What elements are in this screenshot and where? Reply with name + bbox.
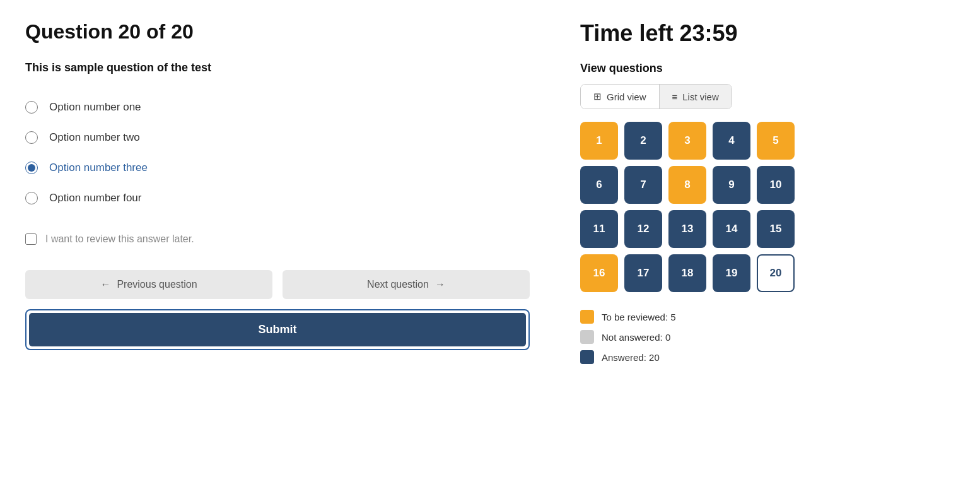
question-text: This is sample question of the test	[25, 61, 530, 74]
question-cell-1[interactable]: 1	[580, 122, 618, 160]
option-3-radio[interactable]	[25, 162, 38, 174]
legend-label-review: To be reviewed: 5	[602, 312, 676, 322]
prev-arrow-icon: ←	[100, 279, 110, 290]
review-label: I want to review this answer later.	[45, 233, 194, 245]
list-view-button[interactable]: ≡ List view	[660, 85, 732, 109]
legend-item-answered: Answered: 20	[580, 350, 807, 364]
option-1-label: Option number one	[49, 101, 141, 114]
view-toggle: ⊞ Grid view ≡ List view	[580, 84, 732, 109]
option-1-radio[interactable]	[25, 101, 38, 114]
legend-box-review	[580, 310, 594, 324]
legend-box-answered	[580, 350, 594, 364]
left-panel: Question 20 of 20 This is sample questio…	[25, 20, 568, 469]
legend-label-not-answered: Not answered: 0	[602, 332, 670, 343]
question-cell-19[interactable]: 19	[713, 254, 750, 292]
question-cell-11[interactable]: 11	[580, 210, 618, 248]
question-progress: Question 20 of 20	[25, 20, 530, 44]
option-3-label: Option number three	[49, 162, 148, 174]
legend: To be reviewed: 5Not answered: 0Answered…	[580, 310, 807, 364]
timer-value: 23:59	[679, 20, 737, 46]
option-2-radio[interactable]	[25, 131, 38, 144]
question-cell-9[interactable]: 9	[713, 166, 750, 204]
legend-item-not-answered: Not answered: 0	[580, 330, 807, 344]
question-cell-4[interactable]: 4	[713, 122, 750, 160]
question-cell-5[interactable]: 5	[757, 122, 795, 160]
legend-item-review: To be reviewed: 5	[580, 310, 807, 324]
question-cell-20[interactable]: 20	[757, 254, 795, 292]
nav-buttons: ← Previous question Next question →	[25, 270, 530, 299]
timer-label: Time left	[580, 20, 673, 46]
submit-button[interactable]: Submit	[29, 313, 526, 346]
next-question-button[interactable]: Next question →	[283, 270, 530, 299]
question-cell-15[interactable]: 15	[757, 210, 795, 248]
option-4-label: Option number four	[49, 192, 141, 204]
prev-question-label: Previous question	[117, 279, 197, 290]
next-question-label: Next question	[367, 279, 429, 290]
option-2[interactable]: Option number two	[25, 122, 530, 153]
next-arrow-icon: →	[435, 279, 445, 290]
submit-wrapper: Submit	[25, 309, 530, 350]
grid-icon: ⊞	[593, 91, 602, 102]
question-cell-2[interactable]: 2	[624, 122, 662, 160]
question-cell-8[interactable]: 8	[668, 166, 706, 204]
view-questions-label: View questions	[580, 62, 807, 75]
question-cell-10[interactable]: 10	[757, 166, 795, 204]
question-cell-18[interactable]: 18	[668, 254, 706, 292]
question-cell-6[interactable]: 6	[580, 166, 618, 204]
option-2-label: Option number two	[49, 131, 140, 144]
option-3[interactable]: Option number three	[25, 153, 530, 183]
question-cell-12[interactable]: 12	[624, 210, 662, 248]
grid-view-button[interactable]: ⊞ Grid view	[581, 85, 660, 109]
review-checkbox[interactable]	[25, 233, 37, 245]
option-4-radio[interactable]	[25, 192, 38, 204]
legend-label-answered: Answered: 20	[602, 352, 660, 363]
question-cell-16[interactable]: 16	[580, 254, 618, 292]
right-panel: Time left 23:59 View questions ⊞ Grid vi…	[568, 20, 807, 469]
question-grid: 1234567891011121314151617181920	[580, 122, 807, 292]
prev-question-button[interactable]: ← Previous question	[25, 270, 272, 299]
list-icon: ≡	[672, 91, 678, 102]
question-cell-14[interactable]: 14	[713, 210, 750, 248]
option-4[interactable]: Option number four	[25, 183, 530, 213]
options-list: Option number one Option number two Opti…	[25, 92, 530, 213]
question-cell-13[interactable]: 13	[668, 210, 706, 248]
grid-view-label: Grid view	[607, 91, 646, 102]
question-cell-17[interactable]: 17	[624, 254, 662, 292]
option-1[interactable]: Option number one	[25, 92, 530, 122]
question-cell-3[interactable]: 3	[668, 122, 706, 160]
review-checkbox-container: I want to review this answer later.	[25, 233, 530, 245]
timer-display: Time left 23:59	[580, 20, 807, 47]
legend-box-not-answered	[580, 330, 594, 344]
list-view-label: List view	[682, 91, 719, 102]
question-cell-7[interactable]: 7	[624, 166, 662, 204]
